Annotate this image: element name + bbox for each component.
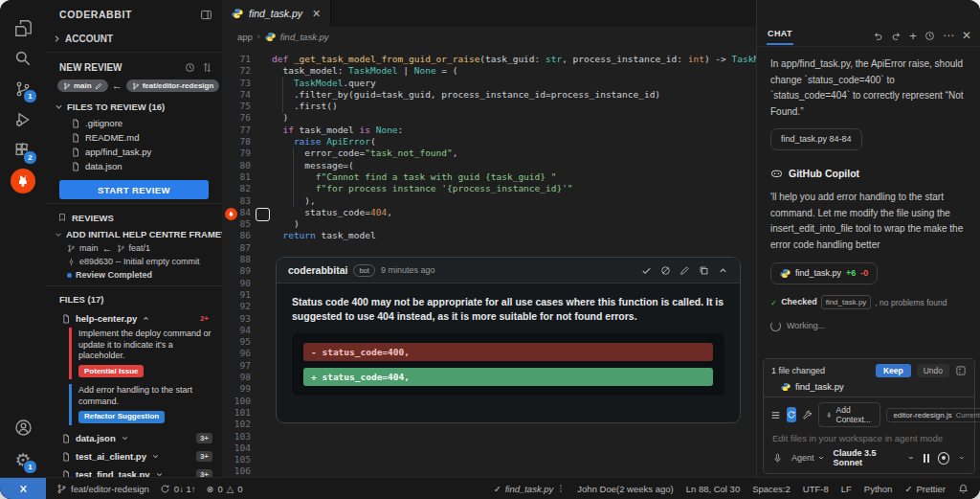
undo-icon[interactable] <box>873 31 883 41</box>
changed-file-pill[interactable]: find_task.py +6 -0 <box>770 262 878 284</box>
search-icon[interactable] <box>0 44 46 73</box>
source-control-icon[interactable]: 1 <box>0 75 46 103</box>
undo-button[interactable]: Undo <box>917 364 949 377</box>
sync-counts: 0↓ 1↑ <box>174 484 196 494</box>
comment-body: Status code 400 may not be appropriate f… <box>292 295 724 324</box>
base-branch-pill[interactable]: main <box>57 79 108 92</box>
comment-bubble-icon[interactable] <box>256 208 270 221</box>
reviewed-file-item[interactable]: data.json3+ <box>46 430 222 446</box>
problems-indicator[interactable]: ⊗0△0 <box>207 484 243 494</box>
eol-setting[interactable]: LF <box>841 484 852 494</box>
remote-indicator[interactable] <box>0 478 46 499</box>
line-number: 75 <box>222 101 251 112</box>
extensions-icon[interactable]: 2 <box>0 136 46 165</box>
edit-icon[interactable] <box>679 265 690 276</box>
task-indicator[interactable]: ✓find_task.py <box>494 484 566 494</box>
send-stop-icon[interactable] <box>938 452 950 465</box>
chat-history-icon[interactable] <box>924 31 935 41</box>
model-dropdown[interactable]: Claude 3.5 Sonnet <box>834 448 915 467</box>
sync-agent-icon[interactable] <box>787 407 796 422</box>
tools-icon[interactable] <box>802 407 813 422</box>
chat-input[interactable] <box>770 427 971 447</box>
editor-group: find_task.py ✕ app › find_task.py 717273… <box>222 0 756 478</box>
review-compare-branch: feat/1 <box>129 243 151 253</box>
line-number: 95 <box>222 336 251 348</box>
bot-badge: bot <box>353 264 374 277</box>
breadcrumb[interactable]: app › find_task.py <box>222 27 756 46</box>
review-file-item[interactable]: .gitignore <box>46 116 222 130</box>
resolve-icon[interactable] <box>641 265 652 276</box>
copy-icon[interactable] <box>699 265 709 276</box>
close-icon[interactable]: ✕ <box>312 8 321 20</box>
keep-button[interactable]: Keep <box>876 364 911 377</box>
base-branch-label: main <box>74 81 92 90</box>
account-icon[interactable] <box>0 413 46 442</box>
reviewed-file-item[interactable]: help-center.py2+ <box>46 310 222 327</box>
settings-gear-icon[interactable]: ⚙1 <box>0 445 46 474</box>
pause-icon[interactable] <box>924 454 929 463</box>
python-icon <box>780 268 791 279</box>
line-number: 88 <box>222 254 251 265</box>
divider <box>46 203 222 204</box>
inline-comment[interactable]: Add error handling to the start command.… <box>69 384 212 425</box>
encoding-setting[interactable]: UTF-8 <box>803 484 829 494</box>
review-file-item[interactable]: app/find_task.py <box>46 145 222 159</box>
review-file-item[interactable]: README.md <box>46 130 222 145</box>
ignore-icon[interactable] <box>660 265 671 276</box>
more-icon[interactable]: ⋯ <box>943 29 954 42</box>
new-chat-icon[interactable]: + <box>909 30 917 42</box>
mic-icon[interactable] <box>772 453 783 464</box>
review-file-item[interactable]: data.json <box>46 159 222 173</box>
redo-icon[interactable] <box>891 31 902 41</box>
agent-mode-label: Agent <box>791 453 814 463</box>
review-item[interactable]: ADD INITIAL HELP CENTRE FRAMEWOR... <box>46 227 222 241</box>
code-editor[interactable]: 7172737475767778798081828384858687888990… <box>222 46 756 478</box>
add-context-button[interactable]: Add Context... <box>818 402 880 427</box>
git-blame[interactable]: John Doe(2 weeks ago) <box>577 484 673 494</box>
language-mode[interactable]: Python <box>864 484 893 494</box>
changed-file-row[interactable]: find_task.py <box>771 377 967 393</box>
tab-find-task[interactable]: find_task.py ✕ <box>222 0 331 27</box>
coderabbit-comment-widget: coderabbitai bot 9 minutes ago Status co… <box>276 257 741 423</box>
indentation-setting[interactable]: Spaces:2 <box>752 484 791 494</box>
agent-mode-dropdown[interactable]: Agent <box>791 453 825 463</box>
files-to-review-header[interactable]: FILES TO REVIEW (16) <box>46 98 222 116</box>
chevron-right-icon: › <box>257 32 260 41</box>
notifications-bell-icon[interactable] <box>958 484 969 494</box>
compare-icon[interactable] <box>202 62 212 73</box>
coderabbit-gutter-icon[interactable] <box>225 208 237 220</box>
diff-view-icon[interactable] <box>955 365 967 376</box>
coderabbit-activity-item[interactable] <box>0 167 46 195</box>
history-icon[interactable] <box>185 62 195 73</box>
comment-count-badge: 2+ <box>196 313 212 324</box>
settings-badge: 1 <box>23 460 37 474</box>
sync-indicator[interactable]: 0↓ 1↑ <box>160 484 196 494</box>
breadcrumb-file[interactable]: find_task.py <box>280 32 329 42</box>
code-reference-pill[interactable]: find_task.py 84-84 <box>770 128 862 150</box>
changes-summary: 1 file changed <box>771 366 825 375</box>
formatter-indicator[interactable]: ✓Prettier <box>904 484 946 494</box>
code-line: f"for process instance '{process_instanc… <box>272 183 756 194</box>
account-section[interactable]: ACCOUNT <box>46 29 222 48</box>
checked-suffix: , no problems found <box>875 296 947 309</box>
panel-layout-icon[interactable] <box>200 9 212 21</box>
list-icon[interactable] <box>770 407 781 422</box>
current-file-pill[interactable]: editor-redesign.jsCurrent file <box>886 408 980 422</box>
copilot-icon <box>770 168 783 180</box>
cursor-position[interactable]: Ln 88, Col 30 <box>686 484 741 494</box>
collapse-icon[interactable] <box>718 265 728 276</box>
start-review-button[interactable]: START REVIEW <box>59 180 209 199</box>
arrow-left-icon: ← <box>102 243 113 254</box>
tab-chat[interactable]: CHAT <box>767 26 793 45</box>
debug-icon[interactable] <box>0 105 46 134</box>
reviewed-file-item[interactable]: test_ai_client.py3+ <box>46 448 222 465</box>
compare-branch-pill[interactable]: feat/editor-redesign <box>126 79 220 92</box>
explorer-icon[interactable] <box>0 13 46 42</box>
additions-count: +6 <box>846 266 856 281</box>
breadcrumb-folder[interactable]: app <box>237 32 253 42</box>
inline-comment[interactable]: Implement the deploy command or update i… <box>69 328 212 379</box>
branch-indicator[interactable]: feat/editor-redesign <box>56 484 149 494</box>
close-icon[interactable]: ✕ <box>962 29 971 42</box>
comment-count-badge: 3+ <box>196 433 212 443</box>
reviews-header[interactable]: REVIEWS <box>46 208 222 227</box>
